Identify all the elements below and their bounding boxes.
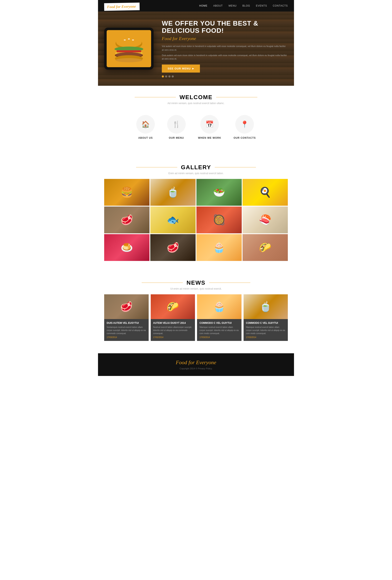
gallery-item-12[interactable]: 🌮: [243, 234, 288, 261]
gallery-grid: 🍔 🍵 🥗 🍳 🥩 🐟 🥘 🍣 🍮 🥩 🧁: [98, 179, 294, 261]
footer-copyright: Copyright 2014 © Privacy Policy.: [104, 367, 288, 370]
nav-blog[interactable]: BLOG: [243, 4, 250, 7]
gallery-thumb-8: 🍣: [243, 207, 288, 233]
news-title-3: COMMODO C VEL GUIYTUI: [199, 321, 239, 324]
tablet-screen: [107, 30, 151, 67]
header: Food for Everyone HOME ABOUT MENU BLOG E…: [98, 0, 294, 11]
welcome-item-about[interactable]: 🏠 ABOUT US: [136, 115, 155, 139]
dot-3[interactable]: [168, 75, 171, 78]
news-item-2[interactable]: 🌮 AUTEM VELIU DUISYT 2014 Nostrud exerci…: [151, 294, 195, 341]
news-body-1: Vuntamquis nostrud exercit tation ullam …: [107, 326, 146, 335]
gallery-item-2[interactable]: 🍵: [150, 179, 196, 206]
welcome-item-menu[interactable]: 🍴 OUR MENU: [167, 115, 186, 139]
gallery-title-wrap: GALLERY Enim ad minim veniam, quis nostr…: [98, 156, 294, 179]
logo-text: Food for Everyone: [107, 4, 136, 9]
gallery-thumb-7: 🥘: [196, 207, 242, 233]
dot-4[interactable]: [172, 75, 174, 78]
news-section: NEWS Ut enim ad minim veniam, quis nostr…: [98, 271, 294, 353]
logo[interactable]: Food for Everyone: [104, 2, 140, 11]
gallery-item-5[interactable]: 🥩: [104, 207, 149, 233]
about-label: ABOUT US: [138, 137, 153, 139]
news-title-4: COMMODO C VEL GUIYTUI: [246, 321, 286, 324]
main-nav: HOME ABOUT MENU BLOG EVENTS CONTACTS: [199, 4, 288, 7]
news-grid: 🥩 DUIS AUTEM VEL EUSYTUI Vuntamquis nost…: [98, 294, 294, 341]
nav-home[interactable]: HOME: [199, 4, 207, 7]
gallery-item-11[interactable]: 🧁: [196, 234, 242, 261]
hero-text: WE OFFER YOU THE BEST &DELICIOUS FOOD! F…: [162, 20, 288, 78]
about-icon: 🏠: [136, 115, 155, 134]
gallery-item-6[interactable]: 🐟: [150, 207, 196, 233]
hero-section: WE OFFER YOU THE BEST &DELICIOUS FOOD! F…: [98, 11, 294, 86]
news-date-1: 17/03/2014: [107, 336, 146, 338]
gallery-thumb-6: 🐟: [150, 207, 196, 233]
footer-logo: Food for Everyone: [104, 359, 288, 366]
news-body-4: Nlamque nostrud exercit tation ullam cor…: [246, 326, 286, 335]
welcome-title-line: WELCOME: [98, 94, 294, 101]
hours-label: WHEN WE WORK: [198, 137, 221, 139]
gallery-item-10[interactable]: 🥩: [150, 234, 196, 261]
menu-label: OUR MENU: [169, 137, 184, 139]
gallery-item-1[interactable]: 🍔: [104, 179, 149, 206]
svg-point-4: [132, 39, 134, 41]
footer: Food for Everyone Copyright 2014 © Priva…: [98, 353, 294, 376]
gallery-subtitle: Enim ad minim veniam, quis nostrud exerc…: [98, 172, 294, 175]
gallery-item-3[interactable]: 🥗: [196, 179, 242, 206]
gallery-thumb-9: 🍮: [104, 234, 149, 261]
burger-image: [112, 32, 145, 65]
see-menu-button[interactable]: SEE OUR MENU: [162, 64, 200, 73]
svg-point-11: [115, 58, 142, 62]
nav-events[interactable]: EVENTS: [256, 4, 267, 7]
hero-content: WE OFFER YOU THE BEST &DELICIOUS FOOD! F…: [104, 20, 288, 78]
hours-icon: 📅: [200, 115, 219, 134]
gallery-title-line: GALLERY: [98, 164, 294, 171]
welcome-item-contacts[interactable]: 📍 OUR CONTACTS: [233, 115, 256, 139]
gallery-thumb-10: 🥩: [150, 234, 196, 261]
news-overlay-2: AUTEM VELIU DUISYT 2014 Nostrud exercit …: [151, 319, 195, 341]
gallery-thumb-11: 🧁: [196, 234, 242, 261]
news-date-3: 17/03/2014: [199, 336, 239, 338]
news-date-2: 17/02/2014: [153, 336, 193, 338]
menu-icon: 🍴: [167, 115, 186, 134]
news-title-2: AUTEM VELIU DUISYT 2014: [153, 321, 193, 324]
news-item-4[interactable]: 🍵 COMMODO C VEL GUIYTUI Nlamque nostrud …: [244, 294, 288, 341]
svg-rect-6: [116, 50, 141, 52]
contacts-icon: 📍: [235, 115, 254, 134]
hero-desc1: Vut autem vel eum iriure dolor in hendre…: [162, 44, 288, 52]
news-bg-2: 🌮: [151, 294, 195, 319]
gallery-item-4[interactable]: 🍳: [243, 179, 288, 206]
news-date-4: 17/03/2014: [246, 336, 286, 338]
gallery-section: GALLERY Enim ad minim veniam, quis nostr…: [98, 156, 294, 271]
news-overlay-4: COMMODO C VEL GUIYTUI Nlamque nostrud ex…: [244, 319, 288, 341]
news-body-2: Nostrud exercit tation ullamcorper susci…: [153, 326, 193, 335]
gallery-thumb-2: 🍵: [150, 179, 196, 206]
news-title-line: NEWS: [98, 280, 294, 286]
nav-menu[interactable]: MENU: [228, 4, 237, 7]
news-item-3[interactable]: 🧁 COMMODO C VEL GUIYTUI Nlamque nostrud …: [197, 294, 241, 341]
news-overlay-3: COMMODO C VEL GUIYTUI Nlamque nostrud ex…: [197, 319, 241, 341]
gallery-thumb-3: 🥗: [196, 179, 242, 206]
welcome-item-hours[interactable]: 📅 WHEN WE WORK: [198, 115, 221, 139]
hero-desc2: Duis autem vel eum iriure dolor in hendr…: [162, 54, 288, 61]
news-item-1[interactable]: 🥩 DUIS AUTEM VEL EUSYTUI Vuntamquis nost…: [104, 294, 149, 341]
gallery-thumb-5: 🥩: [104, 207, 149, 233]
hero-tablet: [104, 28, 154, 70]
news-bg-4: 🍵: [244, 294, 288, 319]
contacts-label: OUR CONTACTS: [233, 137, 256, 139]
nav-contacts[interactable]: CONTACTS: [273, 4, 288, 7]
gallery-thumb-12: 🌮: [243, 234, 288, 261]
nav-about[interactable]: ABOUT: [213, 4, 223, 7]
gallery-item-9[interactable]: 🍮: [104, 234, 149, 261]
gallery-item-7[interactable]: 🥘: [196, 207, 242, 233]
news-body-3: Nlamque nostrud exercit tation ullam cor…: [199, 326, 239, 335]
news-overlay-1: DUIS AUTEM VEL EUSYTUI Vuntamquis nostru…: [104, 319, 149, 341]
gallery-title: GALLERY: [181, 164, 211, 171]
gallery-item-8[interactable]: 🍣: [243, 207, 288, 233]
welcome-section: WELCOME Ad minim veniam, quis nostrud ex…: [98, 86, 294, 156]
dot-2[interactable]: [165, 75, 167, 78]
svg-point-2: [124, 39, 126, 41]
dot-1[interactable]: [162, 75, 164, 78]
news-title: NEWS: [187, 280, 205, 286]
news-title-wrap: NEWS Ut enim ad minim veniam, quis nostr…: [98, 271, 294, 294]
news-bg-3: 🧁: [197, 294, 241, 319]
news-title-1: DUIS AUTEM VEL EUSYTUI: [107, 321, 146, 324]
